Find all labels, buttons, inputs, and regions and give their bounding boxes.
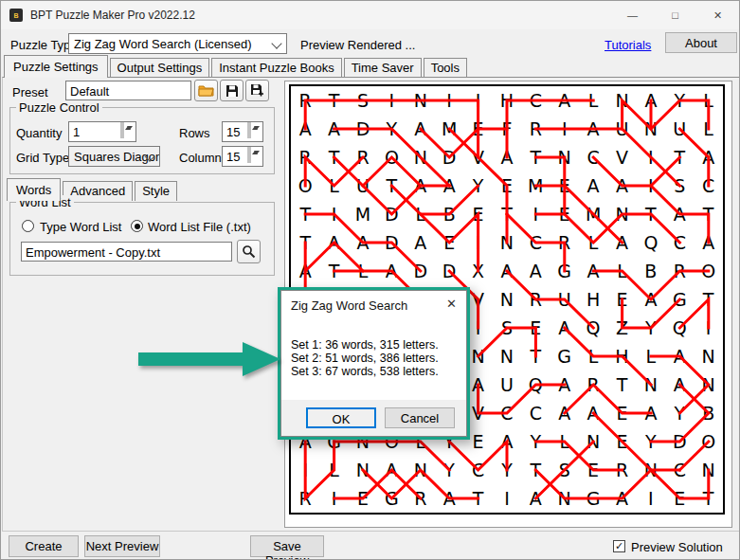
grid-cell: C — [694, 172, 722, 200]
tutorials-link[interactable]: Tutorials — [605, 38, 651, 52]
grid-cell: N — [637, 370, 665, 399]
grid-cell: E — [349, 484, 377, 513]
browse-file-button[interactable] — [237, 240, 261, 263]
grid-cell: N — [349, 456, 377, 484]
grid-cell: R — [291, 86, 319, 115]
app-icon: B — [9, 8, 24, 23]
grid-cell: I — [493, 484, 521, 513]
tab-style[interactable]: Style — [135, 181, 177, 201]
grid-row: TAADAEINCRLAQCA — [291, 228, 723, 257]
columns-stepper[interactable]: 15 — [222, 146, 263, 167]
grid-cell: A — [637, 285, 665, 314]
grid-cell: N — [493, 285, 521, 314]
grid-cell: T — [694, 200, 722, 228]
grid-cell: R — [665, 257, 694, 285]
grid-cell: N — [607, 200, 636, 228]
checkmark-icon: ✓ — [615, 540, 623, 551]
grid-cell: A — [579, 399, 607, 427]
minimize-icon[interactable]: — — [611, 1, 654, 29]
grid-cell: C — [521, 228, 550, 257]
grid-cell: A — [607, 484, 636, 513]
save-preset-as-button[interactable] — [245, 80, 269, 101]
grid-cell: N — [607, 86, 636, 115]
next-preview-button[interactable]: Next Preview — [84, 535, 160, 557]
grid-cell: N — [637, 456, 665, 484]
set-1-summary: Set 1: 36 words, 315 letters. — [291, 338, 439, 352]
save-preset-button[interactable] — [220, 80, 244, 101]
grid-cell: H — [493, 86, 521, 115]
grid-cell: A — [377, 456, 406, 484]
grid-cell: A — [319, 228, 348, 257]
grid-cell: I — [637, 172, 665, 200]
grid-cell: H — [579, 285, 607, 314]
tab-instant-puzzle-books[interactable]: Instant Puzzle Books — [211, 58, 341, 78]
grid-cell: R — [579, 370, 607, 399]
grid-row: OLUTAAYEMEAAISC — [291, 172, 723, 200]
grid-cell: A — [406, 172, 435, 200]
grid-cell: A — [435, 172, 463, 200]
grid-cell: M — [435, 115, 463, 143]
grid-cell: T — [694, 484, 722, 513]
grid-cell: L — [579, 86, 607, 115]
word-list-file-input[interactable]: Empowerment - Copy.txt — [21, 242, 232, 262]
tab-time-saver[interactable]: Time Saver — [344, 58, 422, 78]
grid-cell: O — [291, 172, 319, 200]
quantity-stepper[interactable]: 1 — [68, 121, 136, 142]
grid-cell: A — [694, 143, 722, 172]
spin-down-icon[interactable] — [122, 122, 124, 138]
grid-cell: A — [607, 172, 636, 200]
chevron-down-icon — [271, 38, 281, 48]
grid-cell: B — [435, 200, 463, 228]
grid-cell: G — [550, 342, 579, 370]
grid-cell: L — [319, 172, 348, 200]
grid-cell: T — [521, 456, 550, 484]
puzzle-type-select[interactable]: Zig Zag Word Search (Licensed) — [68, 33, 287, 54]
create-button[interactable]: Create — [9, 535, 79, 557]
grid-cell: A — [291, 257, 319, 285]
save-preview-button[interactable]: Save Preview — [250, 535, 324, 557]
app-window: B BPT Puzzle Maker Pro v2022.12 — □ ✕ Pu… — [0, 0, 740, 560]
grid-cell: L — [694, 115, 722, 143]
grid-cell: L — [550, 427, 579, 456]
grid-cell: L — [349, 257, 377, 285]
grid-cell: E — [550, 172, 579, 200]
tab-words[interactable]: Words — [7, 178, 61, 201]
spin-down-icon[interactable] — [249, 122, 251, 138]
grid-cell: R — [521, 115, 550, 143]
ok-button[interactable]: OK — [306, 407, 376, 428]
grid-cell: N — [550, 143, 579, 172]
preset-input[interactable]: Default — [65, 81, 191, 100]
grid-cell: U — [607, 115, 636, 143]
rows-stepper[interactable]: 15 — [222, 121, 263, 142]
tab-puzzle-settings[interactable]: Puzzle Settings — [4, 55, 108, 78]
cancel-button[interactable]: Cancel — [385, 407, 455, 428]
grid-cell: U — [493, 370, 521, 399]
grid-cell: N — [406, 456, 435, 484]
grid-cell: E — [607, 427, 636, 456]
spin-down-icon[interactable] — [249, 147, 251, 163]
close-icon[interactable]: ✕ — [696, 1, 739, 29]
type-word-list-radio[interactable] — [22, 220, 34, 232]
word-list-file-radio[interactable] — [131, 220, 143, 232]
grid-cell: I — [637, 484, 665, 513]
preview-solution-checkbox[interactable]: ✓ — [613, 540, 625, 552]
open-preset-button[interactable] — [194, 80, 218, 101]
tab-tools[interactable]: Tools — [424, 58, 467, 78]
grid-cell: A — [607, 228, 636, 257]
grid-cell: T — [463, 484, 492, 513]
word-tabstrip: Words Advanced Style — [7, 178, 179, 201]
grid-cell: T — [319, 86, 348, 115]
word-count-dialog: Zig Zag Word Search ✕ Set 1: 36 words, 3… — [280, 290, 467, 437]
grid-cell: A — [665, 342, 694, 370]
grid-cell: A — [521, 257, 550, 285]
maximize-icon[interactable]: □ — [654, 1, 696, 29]
grid-row: ILNANYCYTSERNCN — [291, 456, 723, 484]
grid-type-select[interactable]: Squares Diagon — [68, 146, 160, 167]
about-button[interactable]: About — [665, 32, 737, 53]
grid-cell: N — [694, 342, 722, 370]
dialog-close-icon[interactable]: ✕ — [446, 297, 457, 311]
grid-cell: I — [463, 86, 492, 115]
tab-output-settings[interactable]: Output Settings — [110, 58, 210, 78]
grid-cell: C — [521, 86, 550, 115]
grid-cell: C — [463, 456, 492, 484]
